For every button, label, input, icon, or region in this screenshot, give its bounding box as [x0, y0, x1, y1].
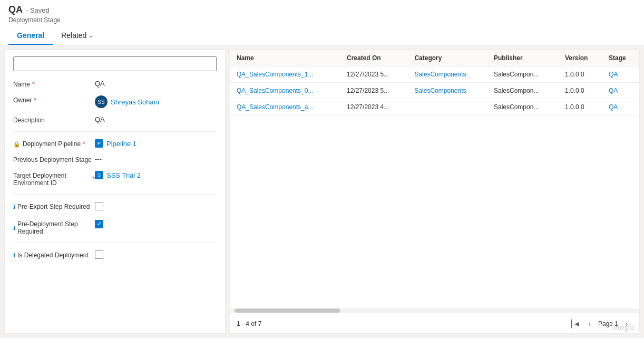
field-value-deployment-pipeline[interactable]: P Pipeline 1 [95, 139, 217, 148]
section-divider-2 [13, 194, 217, 195]
table-container: Name Created On Category Publisher Versi… [230, 50, 639, 307]
scrollbar-thumb[interactable] [235, 308, 340, 313]
pagination-range: 1 - 4 of 7 [237, 320, 261, 327]
field-pre-deployment-step: ℹ Pre-Deployment Step Required ✓ [13, 219, 217, 235]
field-label-pre-export: ℹ Pre-Export Step Required [13, 202, 95, 210]
pagination-bar: 1 - 4 of 7 ⎮◄ ‹ Page 1 › [230, 314, 639, 333]
checkbox-pre-export[interactable] [95, 202, 103, 210]
owner-row: SS Shreyas Sohani [95, 95, 217, 108]
info-icon-pre-export[interactable]: ℹ [13, 204, 15, 210]
lock-icon: 🔒 [13, 141, 21, 148]
pipeline-icon: P [95, 139, 103, 148]
col-header-stage: Stage [602, 50, 639, 66]
field-name: Name * QA [13, 80, 217, 88]
right-panel: Name Created On Category Publisher Versi… [230, 50, 640, 334]
cell-created: 12/27/2023 5... [340, 83, 408, 99]
checkbox-pre-deployment[interactable]: ✓ [95, 220, 103, 228]
main-body: Name * QA Owner * SS Shreyas Sohani [0, 45, 644, 338]
field-value-owner: SS Shreyas Sohani [95, 95, 217, 108]
field-value-description: QA [95, 115, 217, 123]
field-label-pre-deployment: ℹ Pre-Deployment Step Required [13, 219, 95, 235]
info-icon-delegated[interactable]: ℹ [13, 252, 15, 259]
field-previous-deployment-stage: Previous Deployment Stage --- [13, 155, 217, 163]
pagination-first-button[interactable]: ⎮◄ [569, 317, 581, 330]
left-panel: Name * QA Owner * SS Shreyas Sohani [4, 50, 226, 334]
required-marker-dp: * [83, 140, 85, 148]
field-label-description: Description [13, 115, 95, 124]
field-owner: Owner * SS Shreyas Sohani [13, 95, 217, 108]
required-marker-name: * [32, 81, 35, 88]
avatar: SS [95, 95, 108, 108]
data-table: Name Created On Category Publisher Versi… [230, 50, 639, 115]
page-title: QA [8, 4, 23, 15]
table-body: QA_SalesComponents_1...12/27/2023 5...Sa… [230, 66, 639, 115]
cell-version: 1.0.0.0 [559, 83, 602, 99]
field-label-target-env: Target Deployment Environment ID * [13, 171, 95, 187]
field-pre-export-step: ℹ Pre-Export Step Required [13, 202, 217, 212]
saved-label: - Saved [26, 6, 50, 14]
info-icon-pre-deployment[interactable]: ℹ [13, 225, 15, 231]
field-label-owner: Owner * [13, 95, 95, 104]
cell-category[interactable]: SalesComponents [408, 66, 487, 83]
field-label-deployment-pipeline: 🔒 Deployment Pipeline * [13, 139, 95, 148]
cell-stage[interactable]: QA [602, 66, 639, 83]
col-header-created: Created On [340, 50, 408, 66]
cell-publisher: SalesCompon... [487, 99, 559, 115]
header-subtitle: Deployment Stage [8, 16, 636, 24]
table-row: QA_SalesComponents_0...12/27/2023 5...Sa… [230, 83, 639, 99]
field-target-env: Target Deployment Environment ID * S SSS… [13, 171, 217, 187]
cell-publisher: SalesCompon... [487, 83, 559, 99]
field-value-pre-deployment: ✓ [95, 219, 217, 228]
cell-category[interactable]: SalesComponents [408, 83, 487, 99]
cell-version: 1.0.0.0 [559, 66, 602, 83]
col-header-publisher: Publisher [487, 50, 559, 66]
field-value-prev-stage: --- [95, 155, 217, 163]
cell-name[interactable]: QA_SalesComponents_1... [230, 66, 340, 83]
field-deployment-pipeline: 🔒 Deployment Pipeline * P Pipeline 1 [13, 139, 217, 148]
col-header-name: Name [230, 50, 340, 66]
col-header-version: Version [559, 50, 602, 66]
cell-version: 1.0.0.0 [559, 99, 602, 115]
tab-related[interactable]: Related ⌄ [53, 27, 101, 45]
cell-stage[interactable]: QA [602, 99, 639, 115]
page-container: QA - Saved Deployment Stage General Rela… [0, 0, 644, 338]
section-divider-1 [13, 131, 217, 132]
cell-created: 12/27/2023 4... [340, 99, 408, 115]
cell-name[interactable]: QA_SalesComponents_0... [230, 83, 340, 99]
cell-stage[interactable]: QA [602, 83, 639, 99]
branding: inogic [613, 323, 636, 332]
chevron-down-icon: ⌄ [89, 33, 93, 38]
col-header-category: Category [408, 50, 487, 66]
cell-category [408, 99, 487, 115]
header-title-row: QA - Saved [8, 4, 636, 15]
field-value-is-delegated [95, 250, 217, 260]
checkbox-is-delegated[interactable] [95, 250, 103, 259]
field-value-pre-export [95, 202, 217, 212]
owner-link[interactable]: Shreyas Sohani [111, 98, 159, 106]
pagination-prev-button[interactable]: ‹ [583, 317, 596, 330]
table-row: QA_SalesComponents_a...12/27/2023 4...Sa… [230, 99, 639, 115]
field-label-is-delegated: ℹ Is Delegated Deployment [13, 250, 95, 259]
cell-name[interactable]: QA_SalesComponents_a... [230, 99, 340, 115]
field-value-target-env[interactable]: S SSS Trial 2 [95, 171, 217, 179]
cell-publisher: SalesCompon... [487, 66, 559, 83]
field-value-name: QA [95, 80, 217, 88]
field-label-name: Name * [13, 80, 95, 88]
field-is-delegated: ℹ Is Delegated Deployment [13, 250, 217, 260]
header: QA - Saved Deployment Stage General Rela… [0, 0, 644, 45]
horizontal-scrollbar[interactable] [230, 308, 639, 313]
tab-general[interactable]: General [8, 27, 53, 45]
tabs-bar: General Related ⌄ [8, 27, 636, 45]
env-icon: S [95, 171, 103, 179]
field-description: Description QA [13, 115, 217, 124]
table-row: QA_SalesComponents_1...12/27/2023 5...Sa… [230, 66, 639, 83]
search-input[interactable] [13, 56, 217, 71]
cell-created: 12/27/2023 5... [340, 66, 408, 83]
required-marker-owner: * [34, 96, 36, 104]
section-divider-3 [13, 243, 217, 243]
field-label-prev-stage: Previous Deployment Stage [13, 155, 95, 163]
table-header-row: Name Created On Category Publisher Versi… [230, 50, 639, 66]
